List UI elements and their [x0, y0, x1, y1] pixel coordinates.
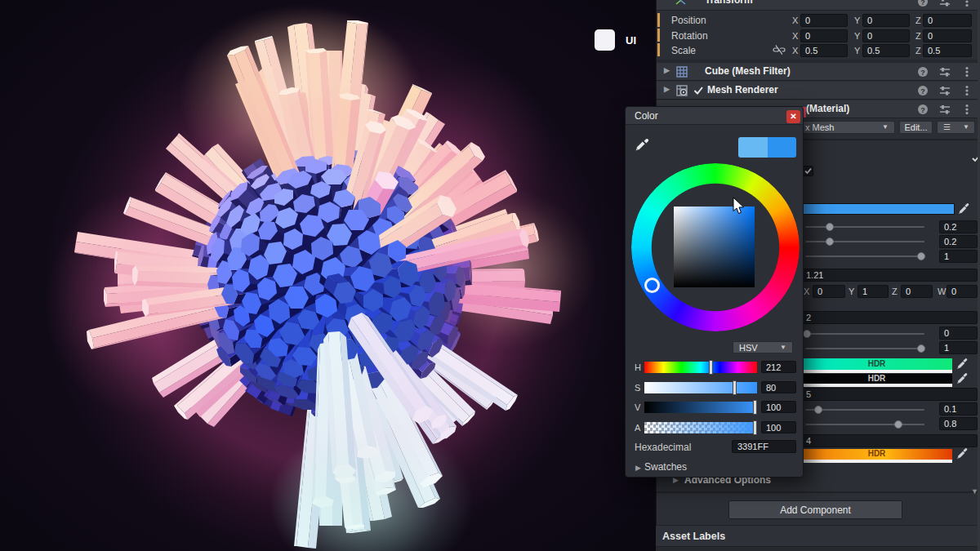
svg-text:?: ?: [920, 0, 925, 7]
svg-text:?: ?: [920, 106, 925, 114]
svg-text:?: ?: [920, 87, 925, 96]
svg-text:?: ?: [920, 69, 925, 77]
